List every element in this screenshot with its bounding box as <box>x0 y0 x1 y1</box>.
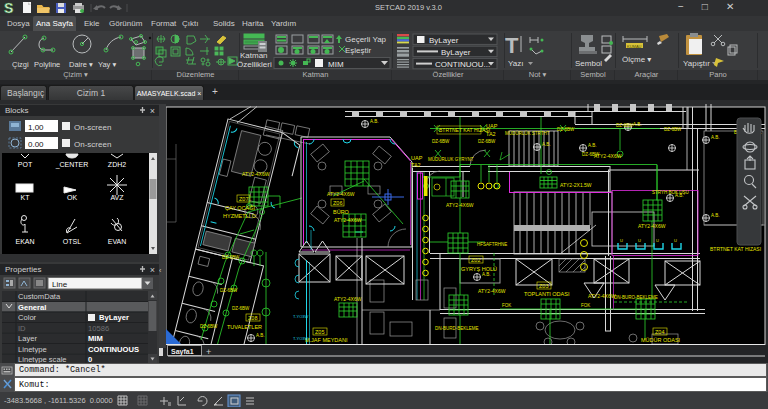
svg-text:U: U <box>656 238 659 243</box>
svg-text:EKAN: EKAN <box>15 238 34 245</box>
svg-text:General: General <box>18 303 46 312</box>
svg-text:Eşleştir: Eşleştir <box>345 46 372 55</box>
svg-text:HFSAFTRHNE: HFSAFTRHNE <box>477 242 507 247</box>
svg-text:Color: Color <box>18 313 37 322</box>
svg-text:Z02: Z02 <box>471 257 480 263</box>
svg-text:Sayfa1: Sayfa1 <box>171 348 194 356</box>
svg-text:U: U <box>674 238 677 243</box>
svg-text:0: 0 <box>88 355 92 364</box>
svg-text:DZ-6BW: DZ-6BW <box>478 139 496 144</box>
svg-text:Z08: Z08 <box>248 315 257 321</box>
svg-text:On-screen: On-screen <box>74 123 111 132</box>
svg-text:BÜRO: BÜRO <box>333 209 350 215</box>
svg-text:Linetype: Linetype <box>18 345 47 354</box>
svg-text:Polyline: Polyline <box>34 60 60 69</box>
svg-text:Layer: Layer <box>18 334 37 343</box>
svg-text:Z07: Z07 <box>239 196 248 202</box>
svg-text:A.B.: A.B. <box>711 213 720 218</box>
svg-text:1,00: 1,00 <box>28 123 44 132</box>
svg-text:On-screen: On-screen <box>74 140 111 149</box>
svg-text:MÜDÜR ODASI: MÜDÜR ODASI <box>641 337 681 343</box>
svg-text:DZ-6BW: DZ-6BW <box>664 127 682 132</box>
svg-text:Z04: Z04 <box>655 329 664 335</box>
svg-text:ATY2-4X6W: ATY2-4X6W <box>327 191 355 197</box>
svg-text:A.B.: A.B. <box>542 142 551 147</box>
svg-text:TUVALETLER: TUVALETLER <box>227 324 262 330</box>
svg-text:U: U <box>620 238 623 243</box>
svg-text:GYRYŞ HOLÜ: GYRYŞ HOLÜ <box>461 266 497 272</box>
svg-text:DZ-6BW: DZ-6BW <box>432 139 450 144</box>
svg-text:FOK: FOK <box>502 303 511 308</box>
svg-text:A.B.: A.B. <box>633 122 642 127</box>
svg-text:ByLayer: ByLayer <box>99 313 129 322</box>
svg-text:ATY2-4X6W: ATY2-4X6W <box>334 217 362 223</box>
svg-text:+: + <box>206 347 211 357</box>
svg-text:A.B.: A.B. <box>711 135 720 140</box>
svg-text:MÜDÜRLÜK STRTHT: MÜDÜRLÜK STRTHT <box>505 130 550 136</box>
svg-text:BTRTNET KAT HIZASI: BTRTNET KAT HIZASI <box>439 127 490 133</box>
svg-text:ATY2-2X1.5W: ATY2-2X1.5W <box>560 182 592 188</box>
svg-text:CustomData: CustomData <box>18 292 61 301</box>
svg-text:0.00: 0.00 <box>28 140 44 149</box>
svg-text:10586: 10586 <box>88 324 109 333</box>
svg-text:DZ-68W: DZ-68W <box>616 123 634 128</box>
svg-text:Çizgi: Çizgi <box>12 60 29 69</box>
svg-text:ID: ID <box>18 324 26 333</box>
svg-text:T: T <box>505 33 519 58</box>
svg-text:ATY2-4X6W: ATY2-4X6W <box>638 223 666 229</box>
svg-text:_CENTER: _CENTER <box>55 161 89 169</box>
svg-text:DZ-6BW: DZ-6BW <box>232 306 250 311</box>
svg-text:MIM: MIM <box>328 60 344 69</box>
svg-text:Yay ▾: Yay ▾ <box>98 60 116 69</box>
svg-text:Daire ▾: Daire ▾ <box>69 60 93 69</box>
svg-text:A.B.: A.B. <box>256 333 265 338</box>
svg-text:MÜDURLUK GYRYNT: MÜDURLUK GYRYNT <box>428 156 474 162</box>
svg-text:AVZ: AVZ <box>110 194 124 201</box>
svg-text:HYZMETLİ O.: HYZMETLİ O. <box>223 213 258 219</box>
svg-text:EVAN: EVAN <box>108 238 127 245</box>
svg-text:OTSL: OTSL <box>63 238 81 245</box>
svg-text:DZ-6BW: DZ-6BW <box>557 127 575 132</box>
svg-text:ATY2-4X6W: ATY2-4X6W <box>588 293 616 299</box>
svg-text:Sembol: Sembol <box>575 59 602 68</box>
svg-text:FOK: FOK <box>581 303 590 308</box>
svg-text:Özellikleri: Özellikleri <box>237 60 272 69</box>
svg-text:Geçerli Yap: Geçerli Yap <box>345 35 387 44</box>
svg-text:ByLayer: ByLayer <box>429 36 459 45</box>
svg-text:Z05: Z05 <box>315 329 324 335</box>
svg-text:ATY2-4X6W: ATY2-4X6W <box>594 153 622 159</box>
svg-text:ATY2-4X6W: ATY2-4X6W <box>242 171 270 177</box>
svg-text:UAP: UAP <box>411 155 423 161</box>
svg-text:M.JAF MEYDANI: M.JAF MEYDANI <box>305 337 348 343</box>
svg-text:A.B.: A.B. <box>482 272 491 277</box>
svg-text:S: S <box>4 0 13 16</box>
svg-text:ZDH2: ZDH2 <box>108 161 126 168</box>
svg-text:T-YO3W: T-YO3W <box>293 314 309 319</box>
svg-text:Yazı: Yazı <box>508 59 523 68</box>
svg-text:DN-BURD-BEKLEME: DN-BURD-BEKLEME <box>435 326 479 331</box>
svg-text:POT: POT <box>18 161 33 168</box>
svg-text:TA2: TA2 <box>411 162 421 168</box>
svg-text:Linetype scale: Linetype scale <box>18 355 67 364</box>
svg-text:TOPLANTI ODASI: TOPLANTI ODASI <box>524 291 570 297</box>
svg-text:Line: Line <box>52 280 68 289</box>
svg-text:DZ-6BW: DZ-6BW <box>222 255 240 260</box>
svg-text:Ölçme ▾: Ölçme ▾ <box>622 55 651 64</box>
svg-text:ATY2-4X6W: ATY2-4X6W <box>446 202 474 208</box>
svg-text:Z03: Z03 <box>539 283 548 289</box>
svg-text:Yapıştır: Yapıştır <box>683 59 710 68</box>
svg-text:OK: OK <box>67 194 77 201</box>
svg-text:Katman: Katman <box>240 51 268 60</box>
svg-text:MIM: MIM <box>88 334 103 343</box>
svg-text:DZ-6BW: DZ-6BW <box>220 288 238 293</box>
svg-text:A.B.: A.B. <box>370 119 379 124</box>
svg-text:U: U <box>638 238 641 243</box>
svg-text:T-YO3W: T-YO3W <box>293 336 309 341</box>
svg-text:KUMAU: KUMAU <box>627 44 642 49</box>
svg-text:CONTINUOU...: CONTINUOU... <box>435 60 490 69</box>
svg-text:ATY2-4X6W: ATY2-4X6W <box>334 296 362 302</box>
svg-text:ATY2-4X6W: ATY2-4X6W <box>478 288 506 294</box>
svg-text:A.B.: A.B. <box>588 143 597 148</box>
svg-text:BTRTNET KAT HIZASI: BTRTNET KAT HIZASI <box>710 246 761 252</box>
svg-text:KT: KT <box>21 194 31 201</box>
